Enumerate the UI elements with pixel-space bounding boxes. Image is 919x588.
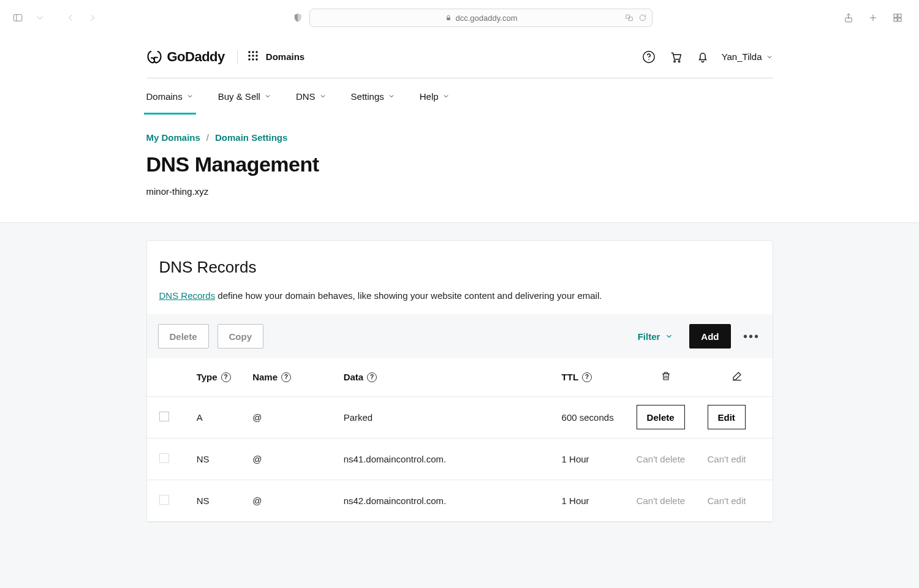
site-header: GoDaddy Domains Yan_Tilda: [146, 36, 773, 78]
chevron-down-icon: [319, 92, 327, 100]
svg-point-19: [252, 58, 254, 61]
more-actions-icon[interactable]: •••: [742, 330, 762, 344]
cell-type: A: [191, 396, 247, 438]
row-edit-button[interactable]: Edit: [708, 405, 746, 429]
row-checkbox[interactable]: [159, 412, 169, 421]
svg-point-14: [255, 51, 258, 53]
svg-point-13: [252, 51, 254, 53]
row-checkbox: [159, 495, 169, 505]
add-record-button[interactable]: Add: [689, 324, 730, 349]
cell-data: ns41.domaincontrol.com.: [338, 438, 556, 480]
svg-point-17: [255, 55, 258, 57]
nav-item-help[interactable]: Help: [420, 78, 450, 114]
cant-edit-label: Can't edit: [708, 496, 746, 506]
brand-name: GoDaddy: [167, 49, 225, 65]
svg-point-12: [248, 51, 251, 53]
nav-item-dns[interactable]: DNS: [296, 78, 327, 114]
nav-item-buy-sell[interactable]: Buy & Sell: [218, 78, 271, 114]
chevron-down-icon: [264, 92, 271, 100]
svg-point-20: [255, 58, 258, 61]
cell-data: ns42.domaincontrol.com.: [338, 480, 556, 521]
records-toolbar: Delete Copy Filter Add •••: [147, 314, 773, 358]
cell-data: Parked: [338, 396, 556, 438]
dns-records-card: DNS Records DNS Records define how your …: [146, 240, 773, 522]
translate-icon[interactable]: [625, 13, 633, 22]
breadcrumb-domain-settings[interactable]: Domain Settings: [215, 132, 287, 143]
row-delete-button[interactable]: Delete: [637, 405, 685, 429]
cell-name: @: [246, 480, 337, 521]
back-icon[interactable]: [61, 9, 80, 27]
apps-label: Domains: [266, 51, 304, 62]
new-tab-icon[interactable]: [864, 9, 882, 27]
cell-type: NS: [191, 480, 247, 521]
help-icon[interactable]: ?: [281, 372, 291, 382]
svg-rect-0: [13, 15, 22, 21]
col-ttl-header: TTL: [562, 372, 579, 382]
apps-switcher[interactable]: Domains: [248, 50, 304, 64]
forward-icon[interactable]: [83, 9, 102, 27]
dns-records-help-link[interactable]: DNS Records: [159, 290, 216, 301]
cant-edit-label: Can't edit: [708, 454, 746, 464]
chevron-down-icon[interactable]: [31, 9, 49, 27]
nav-item-settings[interactable]: Settings: [351, 78, 395, 114]
user-menu[interactable]: Yan_Tilda: [722, 51, 773, 62]
svg-rect-8: [894, 14, 897, 17]
nav-item-domains[interactable]: Domains: [146, 78, 194, 114]
svg-rect-9: [898, 14, 901, 17]
cell-name: @: [246, 438, 337, 480]
card-subtitle: DNS Records define how your domain behav…: [159, 290, 760, 301]
share-icon[interactable]: [839, 9, 858, 27]
col-name-header: Name: [252, 372, 278, 382]
breadcrumb-separator: /: [206, 132, 209, 143]
cant-delete-label: Can't delete: [637, 496, 686, 506]
help-icon[interactable]: [642, 50, 656, 64]
row-checkbox: [159, 453, 169, 463]
cant-delete-label: Can't delete: [637, 454, 686, 464]
browser-chrome: dcc.godaddy.com: [0, 0, 919, 36]
help-icon[interactable]: ?: [582, 372, 592, 382]
page-title: DNS Management: [146, 153, 773, 176]
reload-icon[interactable]: [638, 13, 647, 22]
cell-type: NS: [191, 438, 247, 480]
cell-ttl: 600 seconds: [556, 396, 630, 438]
svg-rect-11: [898, 18, 901, 21]
chevron-down-icon: [388, 92, 395, 100]
brand-logo[interactable]: GoDaddy: [146, 49, 225, 65]
svg-point-15: [248, 55, 251, 57]
cell-ttl: 1 Hour: [556, 480, 630, 521]
svg-point-18: [248, 58, 251, 61]
table-row: NS@ns41.domaincontrol.com.1 HourCan't de…: [147, 438, 773, 480]
svg-point-23: [674, 61, 676, 62]
col-data-header: Data: [344, 372, 364, 382]
help-icon[interactable]: ?: [221, 372, 231, 382]
filter-button[interactable]: Filter: [638, 331, 674, 342]
trash-icon: [660, 371, 671, 382]
url-bar[interactable]: dcc.godaddy.com: [309, 9, 652, 27]
lock-icon: [445, 14, 452, 21]
privacy-shield-icon[interactable]: [289, 9, 307, 27]
bulk-copy-button[interactable]: Copy: [217, 324, 264, 349]
godaddy-logo-icon: [146, 49, 162, 65]
cart-icon[interactable]: [669, 50, 683, 64]
svg-rect-10: [894, 18, 897, 21]
dns-records-table: Type? Name? Data? TTL? A@Parked600: [147, 358, 773, 522]
sidebar-toggle-icon[interactable]: [9, 9, 27, 27]
svg-rect-2: [447, 18, 450, 21]
table-row: NS@ns42.domaincontrol.com.1 HourCan't de…: [147, 480, 773, 521]
table-row: A@Parked600 secondsDeleteEdit: [147, 396, 773, 438]
help-icon[interactable]: ?: [367, 372, 377, 382]
chevron-down-icon: [186, 92, 194, 100]
bulk-delete-button[interactable]: Delete: [158, 324, 209, 349]
bell-icon[interactable]: [696, 50, 709, 64]
url-host: dcc.godaddy.com: [456, 13, 518, 23]
tab-overview-icon[interactable]: [888, 9, 907, 27]
main-nav: Domains Buy & Sell DNS Settings Help: [146, 78, 773, 114]
apps-grid-icon: [248, 50, 259, 64]
cell-ttl: 1 Hour: [556, 438, 630, 480]
svg-point-24: [678, 61, 680, 62]
username: Yan_Tilda: [722, 51, 762, 62]
breadcrumb-my-domains[interactable]: My Domains: [146, 132, 200, 143]
svg-point-22: [648, 59, 649, 59]
cell-name: @: [246, 396, 337, 438]
chevron-down-icon: [766, 53, 773, 61]
